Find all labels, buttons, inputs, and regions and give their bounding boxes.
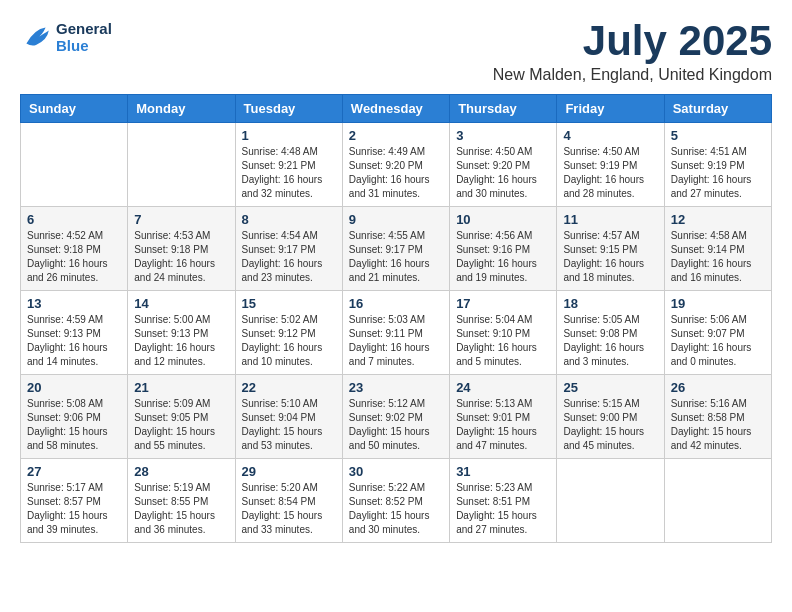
- column-header-tuesday: Tuesday: [235, 95, 342, 123]
- calendar-cell: 22Sunrise: 5:10 AM Sunset: 9:04 PM Dayli…: [235, 375, 342, 459]
- calendar-cell: 14Sunrise: 5:00 AM Sunset: 9:13 PM Dayli…: [128, 291, 235, 375]
- day-number: 24: [456, 380, 550, 395]
- calendar-cell: 20Sunrise: 5:08 AM Sunset: 9:06 PM Dayli…: [21, 375, 128, 459]
- calendar-cell: 10Sunrise: 4:56 AM Sunset: 9:16 PM Dayli…: [450, 207, 557, 291]
- day-number: 7: [134, 212, 228, 227]
- day-number: 15: [242, 296, 336, 311]
- calendar-cell: 17Sunrise: 5:04 AM Sunset: 9:10 PM Dayli…: [450, 291, 557, 375]
- calendar-cell: 8Sunrise: 4:54 AM Sunset: 9:17 PM Daylig…: [235, 207, 342, 291]
- day-detail: Sunrise: 5:16 AM Sunset: 8:58 PM Dayligh…: [671, 397, 765, 453]
- day-detail: Sunrise: 4:50 AM Sunset: 9:19 PM Dayligh…: [563, 145, 657, 201]
- column-header-wednesday: Wednesday: [342, 95, 449, 123]
- day-detail: Sunrise: 5:08 AM Sunset: 9:06 PM Dayligh…: [27, 397, 121, 453]
- day-detail: Sunrise: 4:52 AM Sunset: 9:18 PM Dayligh…: [27, 229, 121, 285]
- calendar-cell: 24Sunrise: 5:13 AM Sunset: 9:01 PM Dayli…: [450, 375, 557, 459]
- day-number: 30: [349, 464, 443, 479]
- day-number: 18: [563, 296, 657, 311]
- calendar-header-row: SundayMondayTuesdayWednesdayThursdayFrid…: [21, 95, 772, 123]
- column-header-monday: Monday: [128, 95, 235, 123]
- day-detail: Sunrise: 4:48 AM Sunset: 9:21 PM Dayligh…: [242, 145, 336, 201]
- day-number: 3: [456, 128, 550, 143]
- day-number: 27: [27, 464, 121, 479]
- day-detail: Sunrise: 4:51 AM Sunset: 9:19 PM Dayligh…: [671, 145, 765, 201]
- day-detail: Sunrise: 4:53 AM Sunset: 9:18 PM Dayligh…: [134, 229, 228, 285]
- calendar-cell: 19Sunrise: 5:06 AM Sunset: 9:07 PM Dayli…: [664, 291, 771, 375]
- day-detail: Sunrise: 5:13 AM Sunset: 9:01 PM Dayligh…: [456, 397, 550, 453]
- day-number: 6: [27, 212, 121, 227]
- day-detail: Sunrise: 4:50 AM Sunset: 9:20 PM Dayligh…: [456, 145, 550, 201]
- day-number: 16: [349, 296, 443, 311]
- calendar-cell: 15Sunrise: 5:02 AM Sunset: 9:12 PM Dayli…: [235, 291, 342, 375]
- calendar-cell: [128, 123, 235, 207]
- day-detail: Sunrise: 4:59 AM Sunset: 9:13 PM Dayligh…: [27, 313, 121, 369]
- calendar-cell: [557, 459, 664, 543]
- day-number: 1: [242, 128, 336, 143]
- day-detail: Sunrise: 4:49 AM Sunset: 9:20 PM Dayligh…: [349, 145, 443, 201]
- day-detail: Sunrise: 5:09 AM Sunset: 9:05 PM Dayligh…: [134, 397, 228, 453]
- calendar-cell: 18Sunrise: 5:05 AM Sunset: 9:08 PM Dayli…: [557, 291, 664, 375]
- calendar-cell: 5Sunrise: 4:51 AM Sunset: 9:19 PM Daylig…: [664, 123, 771, 207]
- calendar-week-row: 6Sunrise: 4:52 AM Sunset: 9:18 PM Daylig…: [21, 207, 772, 291]
- calendar-cell: 11Sunrise: 4:57 AM Sunset: 9:15 PM Dayli…: [557, 207, 664, 291]
- calendar-cell: 12Sunrise: 4:58 AM Sunset: 9:14 PM Dayli…: [664, 207, 771, 291]
- day-detail: Sunrise: 4:57 AM Sunset: 9:15 PM Dayligh…: [563, 229, 657, 285]
- day-detail: Sunrise: 5:05 AM Sunset: 9:08 PM Dayligh…: [563, 313, 657, 369]
- day-detail: Sunrise: 4:56 AM Sunset: 9:16 PM Dayligh…: [456, 229, 550, 285]
- logo-text: General Blue: [56, 20, 112, 54]
- day-detail: Sunrise: 5:10 AM Sunset: 9:04 PM Dayligh…: [242, 397, 336, 453]
- calendar-cell: 31Sunrise: 5:23 AM Sunset: 8:51 PM Dayli…: [450, 459, 557, 543]
- calendar-week-row: 13Sunrise: 4:59 AM Sunset: 9:13 PM Dayli…: [21, 291, 772, 375]
- calendar-cell: 9Sunrise: 4:55 AM Sunset: 9:17 PM Daylig…: [342, 207, 449, 291]
- day-number: 25: [563, 380, 657, 395]
- column-header-friday: Friday: [557, 95, 664, 123]
- day-detail: Sunrise: 5:06 AM Sunset: 9:07 PM Dayligh…: [671, 313, 765, 369]
- day-detail: Sunrise: 5:17 AM Sunset: 8:57 PM Dayligh…: [27, 481, 121, 537]
- calendar-cell: 2Sunrise: 4:49 AM Sunset: 9:20 PM Daylig…: [342, 123, 449, 207]
- day-detail: Sunrise: 5:20 AM Sunset: 8:54 PM Dayligh…: [242, 481, 336, 537]
- calendar-cell: [21, 123, 128, 207]
- calendar-cell: 16Sunrise: 5:03 AM Sunset: 9:11 PM Dayli…: [342, 291, 449, 375]
- day-number: 11: [563, 212, 657, 227]
- day-detail: Sunrise: 5:15 AM Sunset: 9:00 PM Dayligh…: [563, 397, 657, 453]
- day-number: 8: [242, 212, 336, 227]
- day-number: 26: [671, 380, 765, 395]
- column-header-thursday: Thursday: [450, 95, 557, 123]
- day-number: 14: [134, 296, 228, 311]
- month-title: July 2025: [493, 20, 772, 62]
- calendar-week-row: 27Sunrise: 5:17 AM Sunset: 8:57 PM Dayli…: [21, 459, 772, 543]
- day-detail: Sunrise: 4:58 AM Sunset: 9:14 PM Dayligh…: [671, 229, 765, 285]
- day-number: 19: [671, 296, 765, 311]
- day-number: 28: [134, 464, 228, 479]
- day-number: 4: [563, 128, 657, 143]
- calendar-week-row: 1Sunrise: 4:48 AM Sunset: 9:21 PM Daylig…: [21, 123, 772, 207]
- day-detail: Sunrise: 5:23 AM Sunset: 8:51 PM Dayligh…: [456, 481, 550, 537]
- day-number: 17: [456, 296, 550, 311]
- day-number: 9: [349, 212, 443, 227]
- day-detail: Sunrise: 5:12 AM Sunset: 9:02 PM Dayligh…: [349, 397, 443, 453]
- calendar-week-row: 20Sunrise: 5:08 AM Sunset: 9:06 PM Dayli…: [21, 375, 772, 459]
- calendar-cell: [664, 459, 771, 543]
- day-detail: Sunrise: 5:04 AM Sunset: 9:10 PM Dayligh…: [456, 313, 550, 369]
- calendar-cell: 27Sunrise: 5:17 AM Sunset: 8:57 PM Dayli…: [21, 459, 128, 543]
- day-detail: Sunrise: 5:22 AM Sunset: 8:52 PM Dayligh…: [349, 481, 443, 537]
- day-detail: Sunrise: 4:54 AM Sunset: 9:17 PM Dayligh…: [242, 229, 336, 285]
- title-area: July 2025 New Malden, England, United Ki…: [493, 20, 772, 84]
- day-number: 5: [671, 128, 765, 143]
- calendar-cell: 4Sunrise: 4:50 AM Sunset: 9:19 PM Daylig…: [557, 123, 664, 207]
- calendar-cell: 25Sunrise: 5:15 AM Sunset: 9:00 PM Dayli…: [557, 375, 664, 459]
- day-detail: Sunrise: 5:03 AM Sunset: 9:11 PM Dayligh…: [349, 313, 443, 369]
- day-number: 12: [671, 212, 765, 227]
- calendar-cell: 30Sunrise: 5:22 AM Sunset: 8:52 PM Dayli…: [342, 459, 449, 543]
- calendar-cell: 13Sunrise: 4:59 AM Sunset: 9:13 PM Dayli…: [21, 291, 128, 375]
- calendar-table: SundayMondayTuesdayWednesdayThursdayFrid…: [20, 94, 772, 543]
- day-detail: Sunrise: 5:19 AM Sunset: 8:55 PM Dayligh…: [134, 481, 228, 537]
- day-number: 20: [27, 380, 121, 395]
- calendar-cell: 29Sunrise: 5:20 AM Sunset: 8:54 PM Dayli…: [235, 459, 342, 543]
- logo: General Blue: [20, 20, 112, 54]
- day-detail: Sunrise: 5:00 AM Sunset: 9:13 PM Dayligh…: [134, 313, 228, 369]
- column-header-sunday: Sunday: [21, 95, 128, 123]
- day-number: 31: [456, 464, 550, 479]
- day-number: 21: [134, 380, 228, 395]
- column-header-saturday: Saturday: [664, 95, 771, 123]
- day-detail: Sunrise: 4:55 AM Sunset: 9:17 PM Dayligh…: [349, 229, 443, 285]
